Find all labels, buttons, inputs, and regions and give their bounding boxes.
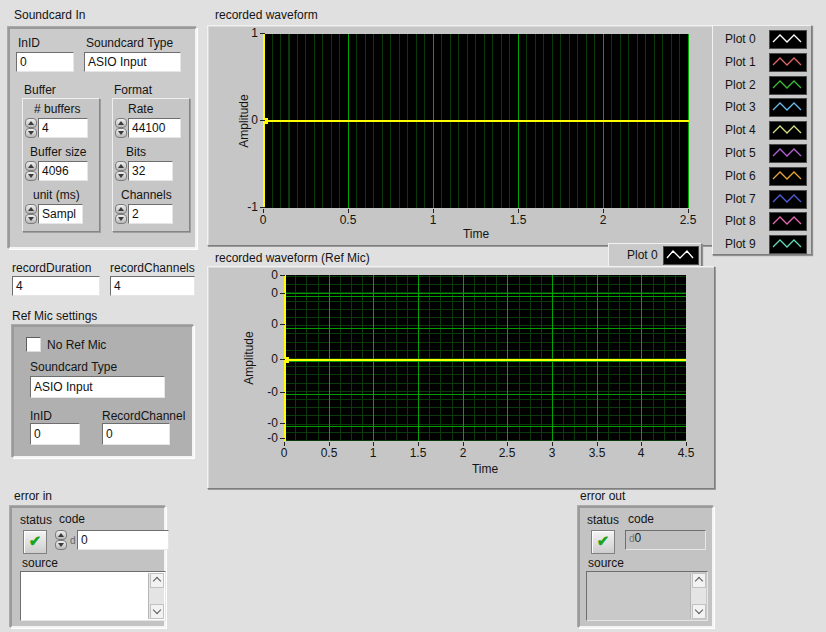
error-out-status-indicator: ✔ <box>591 530 615 554</box>
num-buffers-spinner[interactable] <box>25 118 38 139</box>
bits-spinner[interactable] <box>115 161 128 182</box>
graph2-xtick: 4 <box>624 447 658 460</box>
waveform-icon[interactable] <box>769 212 807 231</box>
legend-item-plot9[interactable]: Plot 9 <box>713 235 811 254</box>
no-ref-mic-label: No Ref Mic <box>47 338 106 352</box>
waveform-icon[interactable] <box>769 76 807 95</box>
num-buffers-field[interactable] <box>38 118 88 138</box>
ref-mic-title: Ref Mic settings <box>12 309 97 323</box>
error-out-source-scrollbar[interactable] <box>690 573 706 619</box>
legend-item-plot0[interactable]: Plot 0 <box>713 30 811 49</box>
ref-soundcard-type-field[interactable] <box>30 376 165 398</box>
scroll-down-icon <box>695 606 703 614</box>
graph2-ytick: -0 <box>252 417 278 430</box>
error-out-code-field: d0 <box>625 530 706 550</box>
soundcard-type-field[interactable] <box>84 52 181 72</box>
waveform-icon[interactable] <box>663 246 699 265</box>
legend-item-plot1[interactable]: Plot 1 <box>713 53 811 72</box>
decrement-icon[interactable] <box>25 128 37 138</box>
buffer-size-spinner[interactable] <box>25 161 38 182</box>
status-ok-check-icon: ✔ <box>597 532 610 549</box>
scroll-up-button[interactable] <box>692 573 706 588</box>
channels-label: Channels <box>121 188 172 202</box>
legend-item-plot6[interactable]: Plot 6 <box>713 167 811 186</box>
plot-legend-panel: Plot 0 Plot 1 Plot 2 Plot 3 Plot 4 Plot … <box>712 25 812 255</box>
graph2-xtick: 1 <box>356 447 390 460</box>
error-in-status-button[interactable]: ✔ <box>23 530 47 554</box>
decrement-icon[interactable] <box>55 540 67 550</box>
error-in-status-label: status <box>20 513 52 527</box>
scroll-up-button[interactable] <box>150 573 164 588</box>
legend-item-plot3[interactable]: Plot 3 <box>713 98 811 117</box>
error-in-source-scrollbar[interactable] <box>148 573 164 619</box>
graph2-xtick: 3.5 <box>580 447 614 460</box>
channels-field[interactable] <box>128 204 173 224</box>
graph1-xtick: 0 <box>246 214 280 227</box>
legend-label: Plot 3 <box>725 100 756 114</box>
inid-field[interactable] <box>16 52 74 72</box>
graph1-waveform-trace <box>263 120 689 122</box>
waveform-icon[interactable] <box>769 235 807 254</box>
scroll-down-button[interactable] <box>150 604 164 619</box>
rate-spinner[interactable] <box>115 118 128 139</box>
decrement-icon[interactable] <box>115 128 127 138</box>
increment-icon[interactable] <box>25 161 37 171</box>
decrement-icon[interactable] <box>115 171 127 181</box>
graph2-ytick: 0 <box>252 269 278 282</box>
buffer-size-field[interactable] <box>38 161 88 181</box>
decrement-icon[interactable] <box>25 214 37 224</box>
increment-icon[interactable] <box>115 161 127 171</box>
scroll-down-button[interactable] <box>692 604 706 619</box>
unit-spinner[interactable] <box>25 204 38 225</box>
waveform-icon[interactable] <box>769 98 807 117</box>
scroll-up-icon <box>695 577 703 585</box>
error-in-source-box[interactable] <box>20 571 166 621</box>
unit-label: unit (ms) <box>33 188 80 202</box>
legend-item-plot2[interactable]: Plot 2 <box>713 76 811 95</box>
graph1-x-axis-ticks <box>263 209 690 213</box>
bits-field[interactable] <box>128 161 173 181</box>
increment-icon[interactable] <box>25 204 37 214</box>
waveform-icon[interactable] <box>769 121 807 140</box>
legend-item-plot4[interactable]: Plot 4 <box>713 121 811 140</box>
increment-icon[interactable] <box>25 118 37 128</box>
no-ref-mic-checkbox[interactable] <box>26 337 41 352</box>
error-in-code-field[interactable] <box>77 530 169 550</box>
error-in-code-spinner[interactable] <box>55 530 68 551</box>
ref-inid-field[interactable] <box>30 423 80 445</box>
decrement-icon[interactable] <box>25 171 37 181</box>
unit-field[interactable] <box>38 204 83 224</box>
buffer-title: Buffer <box>24 83 56 97</box>
legend-item-plot5[interactable]: Plot 5 <box>713 144 811 163</box>
buffer-subcluster: # buffers Buffer size unit (ms) <box>22 98 100 232</box>
increment-icon[interactable] <box>115 118 127 128</box>
graph2-ytick: 0 <box>252 318 278 331</box>
waveform-icon[interactable] <box>769 190 807 209</box>
increment-icon[interactable] <box>115 204 127 214</box>
record-duration-field[interactable] <box>12 276 100 296</box>
graph2-x-axis-ticks <box>284 442 687 446</box>
waveform-icon[interactable] <box>769 53 807 72</box>
decrement-icon[interactable] <box>115 214 127 224</box>
graph2-title: recorded waveform (Ref Mic) <box>215 251 370 265</box>
waveform-icon[interactable] <box>769 167 807 186</box>
record-channels-field[interactable] <box>110 276 195 296</box>
record-channels-label: recordChannels <box>110 261 195 275</box>
error-in-radix[interactable]: d <box>70 534 76 548</box>
graph2-frame: 0 0 0 0 -0 -0 -0 0 0.5 1 1.5 2 2.5 3 3.5… <box>207 266 715 489</box>
increment-icon[interactable] <box>55 530 67 540</box>
channels-spinner[interactable] <box>115 204 128 225</box>
rate-field[interactable] <box>128 118 181 138</box>
error-out-cluster: status ✔ code d0 source <box>578 506 714 628</box>
legend-label: Plot 0 <box>725 32 756 46</box>
format-title: Format <box>114 83 152 97</box>
rate-label: Rate <box>128 102 153 116</box>
record-channel-field[interactable] <box>102 423 170 445</box>
error-in-source-label: source <box>22 556 58 570</box>
graph2-legend[interactable]: Plot 0 <box>608 243 702 268</box>
waveform-icon[interactable] <box>769 144 807 163</box>
legend-item-plot7[interactable]: Plot 7 <box>713 190 811 209</box>
soundcard-in-cluster: InID Soundcard Type Buffer # buffers Buf… <box>8 27 197 249</box>
legend-item-plot8[interactable]: Plot 8 <box>713 212 811 231</box>
waveform-icon[interactable] <box>769 30 807 49</box>
